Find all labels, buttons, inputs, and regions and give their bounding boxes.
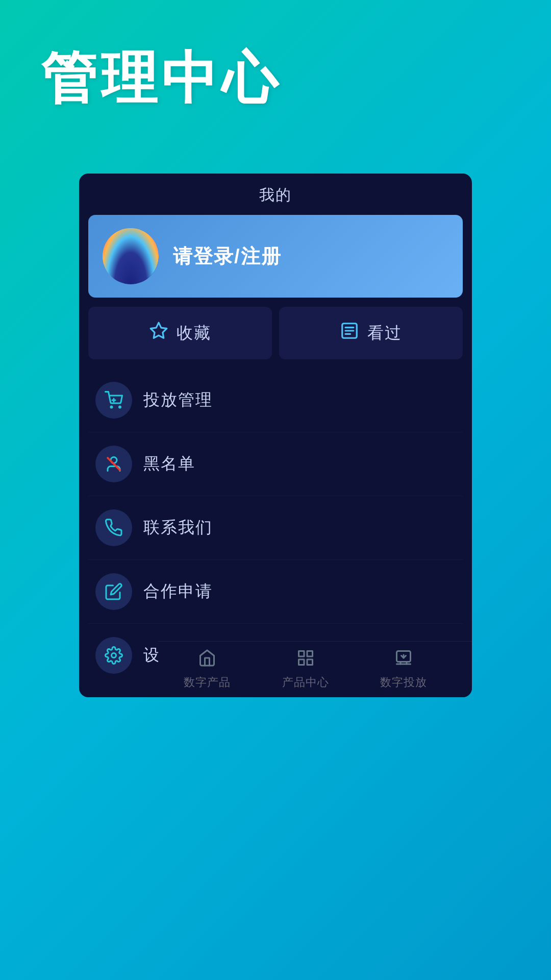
- svg-line-10: [108, 458, 120, 470]
- contact-label: 联系我们: [143, 517, 213, 539]
- cooperation-label: 合作申请: [143, 580, 213, 603]
- contact-icon-circle: [95, 509, 132, 546]
- nav-item-product-center[interactable]: 产品中心: [257, 649, 355, 690]
- nav-item-digital-product[interactable]: 数字产品: [158, 649, 257, 690]
- history-icon: [340, 321, 359, 345]
- svg-point-6: [119, 406, 121, 408]
- digital-broadcast-label: 数字投放: [380, 675, 427, 690]
- cooperation-icon-circle: [95, 573, 132, 610]
- page-title: 管理中心: [41, 41, 282, 117]
- bottom-nav: 数字产品 产品中心 数字投放: [158, 641, 472, 697]
- avatar: [103, 228, 159, 284]
- svg-marker-0: [151, 323, 167, 338]
- svg-point-11: [112, 653, 116, 658]
- svg-rect-15: [307, 659, 313, 665]
- svg-rect-12: [298, 651, 304, 657]
- svg-rect-14: [298, 659, 304, 665]
- digital-product-label: 数字产品: [184, 675, 231, 690]
- product-center-label: 产品中心: [282, 675, 329, 690]
- digital-broadcast-icon: [394, 649, 413, 672]
- card-header: 我的: [79, 174, 472, 215]
- product-center-icon: [296, 649, 315, 672]
- menu-list: 投放管理 黑名单 联系我们: [88, 369, 463, 687]
- quick-actions-row: 收藏 看过: [88, 307, 463, 359]
- nav-item-digital-broadcast[interactable]: 数字投放: [355, 649, 453, 690]
- menu-item-placement[interactable]: 投放管理: [88, 369, 463, 432]
- login-register-text: 请登录/注册: [173, 243, 282, 270]
- placement-icon-circle: [95, 382, 132, 419]
- menu-item-blacklist[interactable]: 黑名单: [88, 432, 463, 496]
- favorites-label: 收藏: [177, 322, 211, 345]
- main-card: 我的 请登录/注册 收藏 看过: [79, 174, 472, 697]
- favorites-button[interactable]: 收藏: [88, 307, 272, 359]
- blacklist-label: 黑名单: [143, 453, 195, 475]
- history-button[interactable]: 看过: [279, 307, 463, 359]
- settings-icon-circle: [95, 637, 132, 674]
- placement-label: 投放管理: [143, 389, 213, 411]
- svg-point-5: [111, 406, 112, 408]
- nav-item-mine[interactable]: 我的: [453, 649, 472, 690]
- blacklist-icon-circle: [95, 446, 132, 482]
- history-label: 看过: [367, 322, 402, 345]
- digital-product-icon: [198, 649, 216, 672]
- star-icon: [149, 321, 168, 345]
- login-banner[interactable]: 请登录/注册: [88, 215, 463, 298]
- svg-rect-13: [307, 651, 313, 657]
- menu-item-cooperation[interactable]: 合作申请: [88, 560, 463, 624]
- menu-item-contact[interactable]: 联系我们: [88, 496, 463, 560]
